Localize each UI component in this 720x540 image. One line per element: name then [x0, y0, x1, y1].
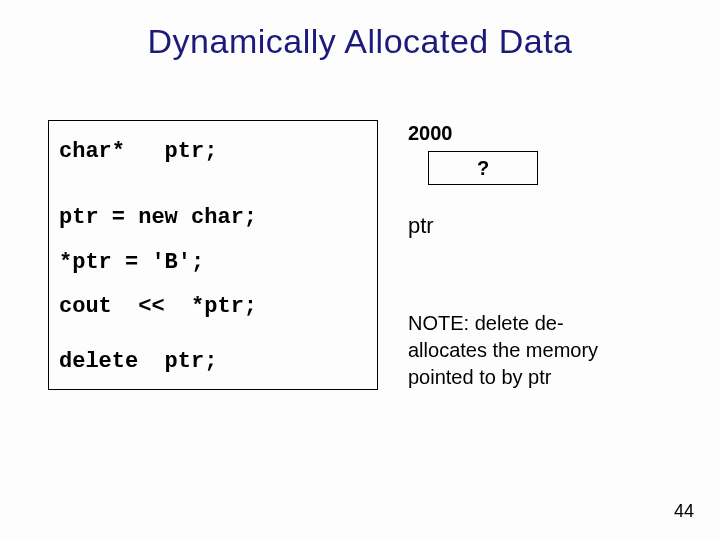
page-number: 44 — [674, 501, 694, 522]
code-line-2: ptr = new char; — [59, 205, 367, 231]
code-line-3: *ptr = 'B'; — [59, 250, 367, 276]
variable-name-label: ptr — [408, 213, 538, 239]
code-line-1: char* ptr; — [59, 139, 367, 165]
slide-title: Dynamically Allocated Data — [0, 0, 720, 61]
note-line2: allocates the memory pointed to by ptr — [408, 339, 598, 388]
memory-address-label: 2000 — [408, 122, 538, 145]
memory-cell: ? — [428, 151, 538, 185]
note-text: NOTE: delete de- allocates the memory po… — [408, 310, 668, 391]
note-line1: NOTE: delete de- — [408, 312, 564, 334]
code-box: char* ptr; ptr = new char; *ptr = 'B'; c… — [48, 120, 378, 390]
code-line-4: cout << *ptr; — [59, 294, 367, 320]
code-line-5: delete ptr; — [59, 349, 367, 375]
memory-diagram: 2000 ? ptr — [408, 122, 538, 239]
memory-value: ? — [477, 157, 489, 180]
